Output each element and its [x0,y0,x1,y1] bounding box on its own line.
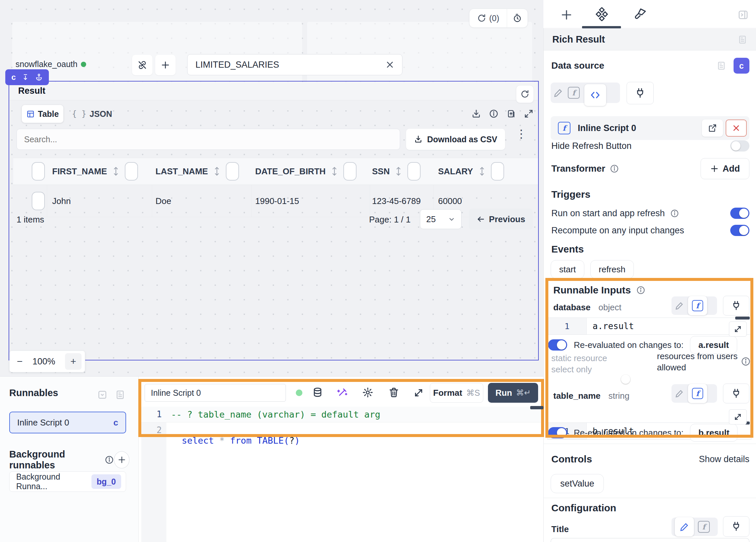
static-edit-icon[interactable] [675,301,684,310]
download-icon[interactable] [471,109,481,119]
static-edit-chip-active[interactable] [675,517,694,536]
static-edit-icon[interactable] [553,88,563,98]
add-component-tab[interactable] [560,9,573,21]
column-header-last-name[interactable]: LAST_NAME [155,162,239,180]
doc-icon[interactable] [716,61,726,71]
tab-table[interactable]: Table [22,105,63,123]
database-value-editor[interactable]: 1 a.result [547,318,751,335]
components-tab[interactable] [595,7,609,21]
anchor-icon[interactable] [35,73,43,81]
fx-mode-chip-active[interactable]: f [688,384,707,403]
sort-icon[interactable] [395,166,402,176]
column-header-date-of-birth[interactable]: DATE_OF_BIRTH [255,162,357,180]
download-csv-button[interactable]: Download as CSV [406,129,505,150]
column-filter-toggle[interactable] [226,162,239,181]
hide-refresh-toggle[interactable] [730,140,749,152]
zoom-out-button[interactable]: − [17,356,23,367]
column-header-salary[interactable]: SALARY [438,162,504,180]
clear-query-icon[interactable] [386,60,394,69]
widget-refresh-button[interactable] [516,85,534,103]
zoom-in-button[interactable]: + [65,353,82,370]
column-filter-toggle[interactable] [491,162,504,181]
runnables-title: Runnables [9,388,58,398]
collapse-inspector-icon[interactable] [738,9,749,20]
background-runnable-item[interactable]: Background Runna... bg_0 [9,471,126,492]
event-start-label: start [559,264,576,275]
database-value[interactable]: a.result [587,318,751,334]
code-line-2[interactable]: select * from TABLE(?) [171,425,300,446]
remove-script-button[interactable] [726,119,747,137]
show-details-link[interactable]: Show details [699,454,749,464]
previous-label: Previous [489,214,525,224]
select-all-checkbox[interactable] [32,162,45,181]
refresh-queries-button[interactable]: (0) [469,9,507,27]
run-button[interactable]: Run ⌘↵ [488,383,538,403]
runnable-item-inline-script-0[interactable]: Inline Script 0 c [9,412,126,433]
connect-plug-button[interactable] [723,296,749,316]
fx-mode-icon[interactable]: f [568,87,580,99]
add-query-button[interactable] [155,55,176,75]
fx-mode-icon[interactable]: f [698,521,710,533]
run-on-start-toggle[interactable] [730,208,749,219]
editor-scrollbar-thumb[interactable] [530,406,543,409]
column-header-first-name[interactable]: FIRST_NAME [52,162,138,180]
ai-magic-icon[interactable] [337,387,348,398]
list-panel-icon[interactable] [115,390,125,400]
expand-icon[interactable] [524,109,533,119]
table-name-reeval-ref[interactable]: b.result [690,424,738,442]
previous-page-button[interactable]: Previous [469,209,533,230]
column-filter-toggle[interactable] [125,162,138,181]
fx-mode-chip-active[interactable]: f [688,296,707,315]
row-checkbox[interactable] [32,192,45,210]
event-start-button[interactable]: start [551,260,584,279]
script-name-input[interactable] [151,388,280,398]
title-value-input[interactable] [551,538,749,542]
static-edit-icon[interactable] [675,389,684,398]
sort-icon[interactable] [213,166,221,176]
format-button[interactable]: Format ⌘S [430,383,483,403]
column-filter-toggle[interactable] [407,162,421,181]
open-script-button[interactable] [702,119,723,137]
collapse-panel-icon[interactable] [97,390,108,400]
hide-refresh-label: Hide Refresh Button [551,141,632,151]
unlink-button[interactable] [132,55,153,75]
event-refresh-button[interactable]: refresh [590,260,634,279]
sort-icon[interactable] [331,166,338,176]
code-mode-chip-active[interactable] [584,84,606,106]
component-name[interactable]: snowflake_oauth [16,59,78,69]
add-background-runnable-button[interactable] [114,451,129,468]
styles-tab[interactable] [633,7,647,21]
connect-plug-button[interactable] [627,82,654,104]
setvalue-control-button[interactable]: setValue [551,474,604,493]
recompute-toggle[interactable] [730,225,749,236]
sort-icon[interactable] [112,166,120,176]
column-header-ssn[interactable]: SSN [372,162,421,180]
history-button[interactable] [507,9,528,27]
database-icon[interactable] [312,387,323,398]
delete-trash-icon[interactable] [388,387,399,398]
column-label: LAST_NAME [155,166,208,177]
query-input[interactable] [195,60,367,70]
sort-icon[interactable] [478,166,486,176]
info-icon[interactable] [489,109,498,119]
connect-plug-button[interactable] [723,384,749,403]
column-filter-toggle[interactable] [343,162,357,181]
table-kebab-menu[interactable]: ⋮ [516,131,526,137]
page-size-select[interactable]: 25 [420,209,462,229]
mini-scrollbar-thumb[interactable] [735,317,750,320]
sql-star: * [219,435,224,446]
table-search-input[interactable] [24,135,393,144]
doc-icon[interactable] [738,35,747,45]
database-reeval-toggle[interactable] [548,339,567,351]
settings-gear-icon[interactable] [362,387,373,398]
table-name-reeval-toggle[interactable] [548,427,567,438]
tab-json[interactable]: { } JSON [68,105,116,123]
expand-editor-icon[interactable] [413,388,424,398]
table-name-expand-button[interactable] [729,409,747,424]
add-transformer-button[interactable]: Add [701,158,749,179]
database-expand-button[interactable] [729,322,747,337]
braces-icon: { } [72,109,86,119]
connect-plug-button[interactable] [723,516,749,537]
copy-export-icon[interactable] [506,109,516,119]
move-down-icon[interactable] [21,73,29,81]
